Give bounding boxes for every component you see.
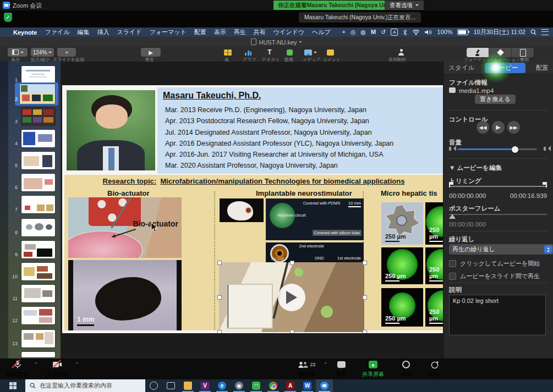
play-across-slides-checkbox[interactable]: ムービーをスライド間で再生 <box>449 272 540 280</box>
description-textarea[interactable]: Kp 0.02 leg short <box>449 295 546 335</box>
selection-handle[interactable] <box>363 330 367 333</box>
checkbox-icon[interactable] <box>449 273 456 280</box>
menu-file[interactable]: ファイル <box>45 28 69 36</box>
camera-app-icon[interactable]: ◉ <box>231 379 248 392</box>
text-button[interactable]: T <box>263 48 276 57</box>
selection-handle[interactable] <box>217 261 222 265</box>
menu-share[interactable]: 共有 <box>254 28 266 36</box>
unmute-caret[interactable]: ⌃ <box>34 362 39 367</box>
selection-handle[interactable] <box>217 295 222 300</box>
slide-thumbnail-8[interactable]: 8 <box>0 218 61 238</box>
slide-thumbnail-2-selected[interactable]: 2 <box>0 84 61 104</box>
bluetooth-icon[interactable] <box>403 29 407 36</box>
menu-format[interactable]: フォーマット <box>149 28 186 36</box>
rewind-button[interactable]: ◀◀ <box>477 121 489 134</box>
selection-handle[interactable] <box>363 261 367 265</box>
menu-app-name[interactable]: Keynote <box>13 29 37 36</box>
poster-frame-slider[interactable] <box>449 214 547 215</box>
selection-handle[interactable] <box>217 330 222 333</box>
visual-studio-icon[interactable]: V <box>196 379 213 392</box>
unmute-button[interactable]: 解除静音 <box>2 360 33 378</box>
menu-arrange[interactable]: 配置 <box>194 28 206 36</box>
video-caret[interactable]: ⌃ <box>75 362 79 367</box>
slide-thumbnail-5[interactable]: 5 <box>0 151 61 170</box>
slide-thumbnail-9[interactable]: 9 <box>0 240 61 260</box>
collaborate-button[interactable] <box>394 48 408 57</box>
security-shield-icon[interactable]: ✓ <box>4 13 12 22</box>
cortana-icon[interactable] <box>145 379 162 392</box>
menu-window[interactable]: ウインドウ <box>273 28 304 36</box>
add-slide-button[interactable]: ＋ <box>57 48 76 57</box>
record-button[interactable]: 录制 <box>391 360 421 378</box>
play-button[interactable]: ▶ <box>141 48 161 57</box>
movie-object-selected[interactable] <box>219 262 364 332</box>
forward-button[interactable]: ▶▶ <box>507 121 520 134</box>
slide-thumbnail-12[interactable]: 12 <box>0 306 61 325</box>
view-button[interactable] <box>8 48 28 57</box>
control-center-icon[interactable] <box>541 29 549 35</box>
taskbar-search[interactable]: 在这里输入你要搜索的内容 <box>25 379 145 392</box>
zoom-level-button[interactable]: 124% <box>31 48 54 57</box>
chart-button[interactable] <box>242 48 255 57</box>
panel-tab-style[interactable]: スタイル <box>448 64 474 72</box>
movie-play-button[interactable]: ▶ <box>492 121 505 134</box>
selection-handle[interactable] <box>290 330 294 333</box>
start-on-click-checkbox[interactable]: クリックしてムービーを開始 <box>449 260 540 268</box>
location-icon[interactable]: ⌖ <box>342 27 345 37</box>
checkbox-icon[interactable] <box>449 260 456 267</box>
check-circle-icon[interactable]: ◎ <box>351 27 356 37</box>
menu-view[interactable]: 表示 <box>214 28 226 36</box>
slide-thumbnail-4[interactable]: 4 <box>0 129 61 148</box>
wechat-icon[interactable]: ◠ <box>248 379 265 392</box>
spotlight-icon[interactable] <box>530 29 536 35</box>
trim-slider[interactable] <box>449 186 547 187</box>
swirl-app-icon[interactable]: ◍ <box>360 27 366 37</box>
trim-end-handle[interactable] <box>546 182 547 187</box>
bio-textbox[interactable]: Masaru Takeuchi, Ph.D. Mar. 2013 Receive… <box>157 87 443 174</box>
word-icon[interactable]: W <box>299 379 316 392</box>
start-button[interactable] <box>0 379 25 392</box>
panel-tab-movie-selected[interactable]: ムービー <box>485 63 526 73</box>
keynote-document-title[interactable]: HUST-NU.key <box>0 38 553 46</box>
replace-button[interactable]: 置き換える <box>475 95 516 104</box>
timemachine-icon[interactable]: ↺ <box>381 27 386 37</box>
poster-frame-handle[interactable] <box>449 211 456 219</box>
menu-play[interactable]: 再生 <box>234 28 246 36</box>
animate-tab[interactable] <box>489 48 511 57</box>
battery-icon[interactable] <box>457 29 468 35</box>
menu-edit[interactable]: 編集 <box>77 28 89 36</box>
selection-handle[interactable] <box>363 295 367 300</box>
trim-start-handle[interactable] <box>449 182 450 187</box>
media-button[interactable] <box>302 48 319 57</box>
shape-button[interactable] <box>283 48 296 57</box>
mail-app-icon[interactable]: M <box>371 27 376 37</box>
participants-button[interactable]: 22 参会者 <box>292 360 322 378</box>
view-options-button[interactable]: 查看选项 <box>385 1 424 10</box>
volume-icon[interactable] <box>425 29 432 35</box>
slide-thumbnail-11[interactable]: 11 <box>0 284 61 303</box>
document-tab[interactable] <box>512 48 534 57</box>
format-tab[interactable] <box>467 48 489 57</box>
chat-button[interactable]: 聊天 <box>326 360 357 378</box>
video-play-overlay[interactable] <box>278 284 305 311</box>
comment-button[interactable] <box>324 48 337 57</box>
selection-handle[interactable] <box>290 261 294 265</box>
share-screen-button[interactable]: 共享屏幕 <box>358 360 388 378</box>
slide-thumbnail-3[interactable]: 3 <box>0 107 61 126</box>
slide-thumbnail-13[interactable]: 13 <box>0 329 61 349</box>
task-view-icon[interactable] <box>162 379 179 392</box>
file-explorer-icon[interactable] <box>179 379 196 392</box>
slide-thumbnail-1[interactable]: 1 <box>0 65 61 85</box>
input-source-icon[interactable]: A <box>391 29 398 36</box>
menu-insert[interactable]: 挿入 <box>97 28 109 36</box>
slide-thumbnail-6[interactable]: 6 <box>0 173 61 192</box>
panel-tab-arrange[interactable]: 配置 <box>536 64 549 72</box>
chrome-icon[interactable] <box>265 379 282 392</box>
repeat-dropdown[interactable]: 再生の繰り返し ▲▼ <box>449 244 553 255</box>
slide-thumbnail-7[interactable]: 7 <box>0 195 61 214</box>
volume-knob[interactable] <box>512 146 518 153</box>
table-button[interactable] <box>221 48 234 57</box>
acrobat-icon[interactable]: A <box>282 379 299 392</box>
volume-slider[interactable] <box>449 145 548 153</box>
zoom-taskbar-icon[interactable] <box>316 379 333 392</box>
